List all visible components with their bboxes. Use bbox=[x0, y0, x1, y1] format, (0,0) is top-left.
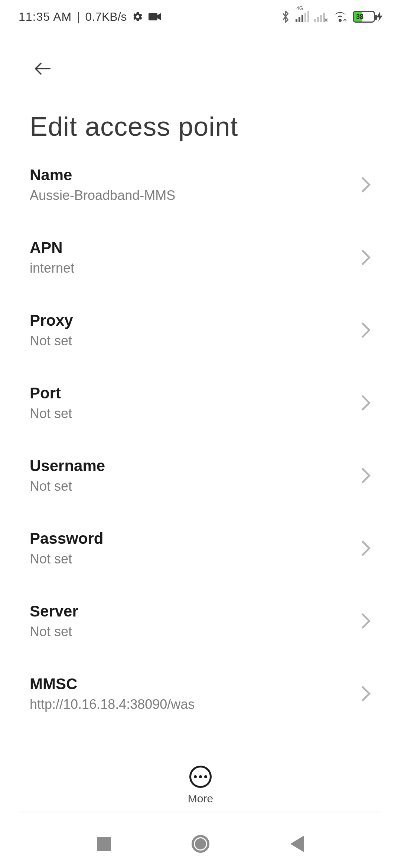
field-username[interactable]: Username Not set bbox=[30, 439, 371, 512]
signal-nosim-icon bbox=[314, 11, 327, 22]
field-value: Not set bbox=[30, 406, 349, 421]
arrow-left-icon bbox=[32, 58, 53, 79]
field-label: Port bbox=[30, 384, 349, 402]
field-password[interactable]: Password Not set bbox=[30, 512, 371, 585]
field-label: Server bbox=[30, 602, 349, 620]
more-button[interactable] bbox=[189, 766, 212, 788]
svg-rect-8 bbox=[317, 17, 319, 22]
gear-icon bbox=[132, 11, 143, 22]
circle-icon bbox=[192, 835, 209, 853]
field-mms-proxy[interactable]: MMS proxy 10.16.18.77 bbox=[30, 730, 371, 738]
chevron-right-icon bbox=[360, 321, 371, 339]
dot-icon bbox=[194, 775, 197, 778]
charging-icon bbox=[376, 12, 382, 22]
svg-rect-6 bbox=[307, 11, 309, 22]
nav-back-button[interactable] bbox=[286, 833, 308, 855]
field-label: Username bbox=[30, 457, 349, 475]
field-value: Not set bbox=[30, 333, 349, 349]
field-apn[interactable]: APN internet bbox=[30, 221, 371, 294]
chevron-right-icon bbox=[360, 467, 371, 484]
status-right: 4G 38 bbox=[281, 10, 382, 24]
square-icon bbox=[97, 837, 111, 851]
svg-rect-2 bbox=[296, 19, 297, 22]
clock: 11:35 AM bbox=[19, 10, 72, 24]
system-navbar bbox=[0, 820, 401, 868]
battery-percent: 38 bbox=[356, 13, 363, 21]
field-server[interactable]: Server Not set bbox=[30, 585, 371, 657]
field-label: Password bbox=[30, 530, 349, 548]
triangle-left-icon bbox=[290, 836, 304, 852]
field-value: Not set bbox=[30, 551, 349, 567]
status-left: 11:35 AM | 0.7KB/s bbox=[19, 10, 161, 24]
svg-rect-1 bbox=[149, 13, 157, 20]
field-mmsc[interactable]: MMSC http://10.16.18.4:38090/was bbox=[30, 657, 371, 730]
bluetooth-icon bbox=[281, 10, 290, 24]
nav-home-button[interactable] bbox=[189, 833, 212, 855]
field-value: Not set bbox=[30, 479, 349, 494]
field-label: APN bbox=[30, 239, 349, 257]
network-rate: 0.7KB/s bbox=[85, 10, 127, 24]
chevron-right-icon bbox=[360, 176, 371, 194]
bottom-separator bbox=[19, 812, 382, 812]
nav-recents-button[interactable] bbox=[93, 833, 115, 855]
svg-rect-7 bbox=[314, 19, 316, 22]
field-value: Aussie-Broadband-MMS bbox=[30, 188, 349, 203]
camera-icon bbox=[149, 12, 161, 21]
dot-icon bbox=[204, 775, 207, 778]
signal-4g-icon: 4G bbox=[296, 11, 309, 22]
field-label: Proxy bbox=[30, 312, 349, 329]
field-proxy[interactable]: Proxy Not set bbox=[30, 294, 371, 366]
chevron-right-icon bbox=[360, 249, 371, 266]
more-label: More bbox=[188, 792, 213, 805]
svg-rect-9 bbox=[320, 15, 322, 22]
field-value: internet bbox=[30, 260, 349, 276]
chevron-right-icon bbox=[360, 685, 371, 703]
dot-icon bbox=[199, 775, 202, 778]
page-title: Edit access point bbox=[30, 111, 371, 142]
wifi-icon bbox=[333, 11, 348, 23]
bottom-action-bar: More bbox=[0, 766, 401, 805]
battery-icon: 38 bbox=[353, 11, 382, 23]
field-name[interactable]: Name Aussie-Broadband-MMS bbox=[30, 148, 371, 221]
field-value: Not set bbox=[30, 624, 349, 640]
app-bar: Edit access point bbox=[0, 41, 401, 142]
field-label: Name bbox=[30, 166, 349, 184]
chevron-right-icon bbox=[360, 539, 371, 557]
back-button[interactable] bbox=[30, 56, 56, 82]
svg-rect-4 bbox=[301, 15, 303, 22]
status-divider: | bbox=[77, 10, 80, 24]
svg-point-11 bbox=[343, 19, 347, 23]
chevron-right-icon bbox=[360, 612, 371, 630]
settings-list: Name Aussie-Broadband-MMS APN internet P… bbox=[0, 148, 401, 738]
field-port[interactable]: Port Not set bbox=[30, 366, 371, 439]
svg-rect-5 bbox=[304, 13, 306, 22]
svg-rect-3 bbox=[299, 17, 300, 22]
status-bar: 11:35 AM | 0.7KB/s 4G bbox=[0, 0, 401, 33]
field-value: http://10.16.18.4:38090/was bbox=[30, 697, 349, 712]
chevron-right-icon bbox=[360, 394, 371, 412]
field-label: MMSC bbox=[30, 675, 349, 693]
